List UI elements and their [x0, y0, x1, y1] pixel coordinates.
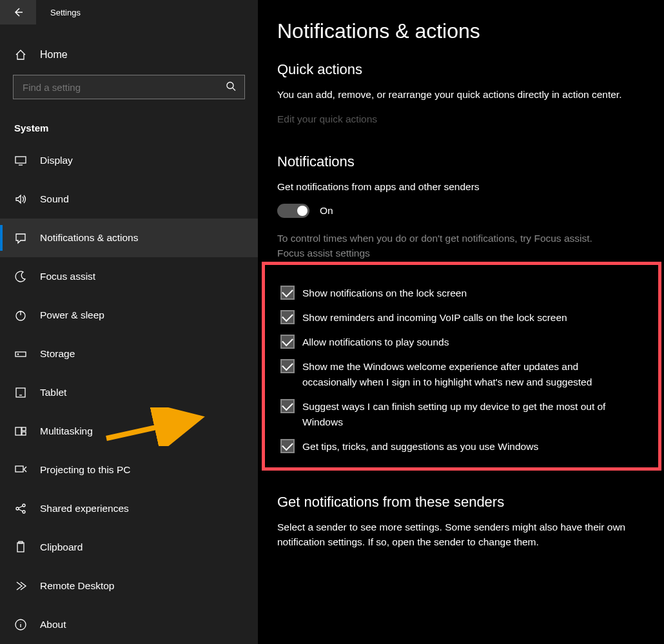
checkbox-welcome[interactable]	[280, 359, 295, 373]
checkbox-label: Suggest ways I can finish setting up my …	[302, 399, 635, 430]
shared-icon	[14, 502, 27, 515]
checkbox-label: Show notifications on the lock screen	[302, 286, 467, 301]
checkbox-row-sounds: Allow notifications to play sounds	[274, 335, 635, 350]
sidebar-item-label: Multitasking	[40, 425, 93, 437]
checkbox-label: Show me the Windows welcome experience a…	[302, 359, 635, 390]
sidebar-item-label: About	[40, 619, 66, 630]
clipboard-icon	[14, 541, 27, 554]
svg-rect-9	[15, 466, 23, 472]
checkbox-row-welcome: Show me the Windows welcome experience a…	[274, 359, 635, 390]
sidebar-item-label: Focus assist	[40, 271, 95, 282]
window-title: Settings	[50, 8, 81, 17]
home-icon	[14, 48, 27, 61]
sidebar-item-about[interactable]: About	[0, 605, 258, 644]
storage-icon	[14, 347, 27, 360]
checkbox-row-setup: Suggest ways I can finish setting up my …	[274, 399, 635, 430]
notifications-heading: Notifications	[277, 153, 645, 170]
svg-rect-13	[17, 543, 24, 552]
notifications-toggle-state: On	[320, 205, 333, 217]
sidebar-item-label: Projecting to this PC	[40, 464, 130, 476]
sidebar-item-focus-assist[interactable]: Focus assist	[0, 257, 258, 296]
about-icon	[14, 618, 27, 631]
svg-rect-1	[15, 157, 26, 163]
back-arrow-icon	[13, 7, 23, 17]
sidebar-item-label: Shared experiences	[40, 503, 129, 514]
sidebar-item-storage[interactable]: Storage	[0, 335, 258, 373]
category-label: System	[0, 99, 258, 141]
sidebar-item-sound[interactable]: Sound	[0, 180, 258, 219]
multitasking-icon	[14, 425, 27, 438]
sidebar-item-label: Remote Desktop	[40, 580, 114, 592]
checkbox-label: Show reminders and incoming VoIP calls o…	[302, 310, 567, 326]
checkbox-reminders[interactable]	[280, 310, 295, 324]
projecting-icon	[14, 463, 27, 476]
sidebar-item-tablet[interactable]: Tablet	[0, 373, 258, 412]
sidebar-item-projecting[interactable]: Projecting to this PC	[0, 451, 258, 489]
highlighted-checkbox-group: Show notifications on the lock screen Sh…	[262, 262, 661, 471]
sidebar-item-multitasking[interactable]: Multitasking	[0, 412, 258, 451]
sidebar-item-power-sleep[interactable]: Power & sleep	[0, 296, 258, 335]
svg-point-12	[23, 511, 25, 513]
focus-assist-hint: To control times when you do or don't ge…	[277, 231, 638, 261]
sidebar-item-label: Sound	[40, 193, 69, 205]
notification-icon	[14, 231, 27, 244]
sidebar-item-label: Notifications & actions	[40, 232, 139, 244]
svg-rect-6	[15, 427, 21, 435]
senders-heading: Get notifications from these senders	[277, 494, 645, 511]
sidebar-item-clipboard[interactable]: Clipboard	[0, 528, 258, 567]
svg-rect-8	[22, 432, 26, 435]
checkbox-tips[interactable]	[280, 439, 295, 453]
checkbox-label: Get tips, tricks, and suggestions as you…	[302, 439, 538, 454]
sidebar-item-label: Display	[40, 155, 73, 166]
svg-point-4	[17, 354, 18, 355]
search-input[interactable]	[13, 75, 245, 99]
checkbox-setup[interactable]	[280, 399, 295, 413]
checkbox-label: Allow notifications to play sounds	[302, 335, 449, 350]
svg-rect-5	[16, 388, 25, 397]
sidebar-item-remote-desktop[interactable]: Remote Desktop	[0, 567, 258, 605]
quick-actions-description: You can add, remove, or rearrange your q…	[277, 87, 638, 102]
checkbox-lock-screen[interactable]	[280, 286, 295, 300]
search-wrap	[0, 75, 258, 99]
moon-icon	[14, 270, 27, 283]
sidebar-item-display[interactable]: Display	[0, 141, 258, 180]
quick-actions-heading: Quick actions	[277, 61, 645, 78]
svg-rect-3	[15, 352, 26, 356]
display-icon	[14, 154, 27, 167]
svg-point-11	[23, 504, 25, 507]
svg-point-10	[16, 507, 19, 510]
svg-rect-7	[22, 427, 26, 431]
page-title: Notifications & actions	[277, 19, 645, 43]
titlebar: Settings	[0, 0, 258, 24]
notifications-toggle[interactable]	[277, 204, 309, 218]
sidebar-home[interactable]: Home	[0, 35, 258, 75]
nav-list: Display Sound Notifications & actions Fo…	[0, 141, 258, 644]
home-label: Home	[40, 49, 68, 61]
senders-description: Select a sender to see more settings. So…	[277, 520, 638, 550]
focus-assist-hint-text: To control times when you do or don't ge…	[277, 233, 592, 244]
main-content: Notifications & actions Quick actions Yo…	[258, 0, 664, 644]
sound-icon	[14, 193, 27, 206]
checkbox-row-tips: Get tips, tricks, and suggestions as you…	[274, 439, 635, 454]
back-button[interactable]	[0, 0, 36, 24]
focus-assist-settings-link[interactable]: Focus assist settings	[277, 246, 638, 260]
sidebar-item-shared-experiences[interactable]: Shared experiences	[0, 489, 258, 528]
sidebar: Settings Home System Display Sound Notif…	[0, 0, 258, 644]
tablet-icon	[14, 386, 27, 399]
sidebar-item-label: Clipboard	[40, 542, 83, 553]
edit-quick-actions-link[interactable]: Edit your quick actions	[277, 113, 377, 125]
sidebar-item-label: Storage	[40, 348, 75, 360]
notifications-toggle-description: Get notifications from apps and other se…	[277, 179, 638, 194]
power-icon	[14, 309, 27, 322]
sidebar-item-label: Power & sleep	[40, 309, 104, 321]
checkbox-sounds[interactable]	[280, 335, 295, 349]
remote-icon	[14, 580, 27, 592]
checkbox-row-lock-screen: Show notifications on the lock screen	[274, 286, 635, 301]
sidebar-item-label: Tablet	[40, 387, 66, 398]
checkbox-row-reminders: Show reminders and incoming VoIP calls o…	[274, 310, 635, 326]
notifications-toggle-row: On	[277, 204, 645, 218]
sidebar-item-notifications[interactable]: Notifications & actions	[0, 219, 258, 257]
